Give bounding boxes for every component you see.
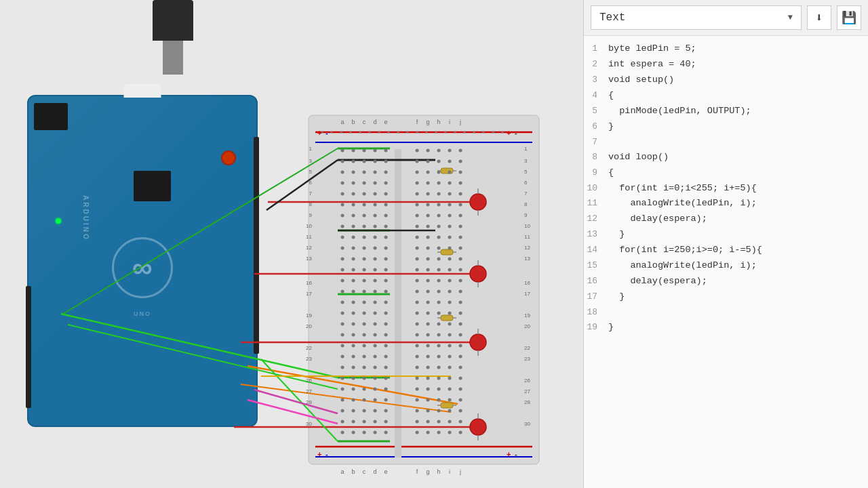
resistor-2 [441, 249, 453, 255]
svg-text:e: e [384, 468, 387, 475]
svg-point-273 [437, 258, 441, 261]
svg-point-306 [416, 333, 419, 337]
svg-point-103 [363, 182, 366, 185]
svg-point-244 [448, 192, 452, 196]
svg-point-320 [459, 355, 462, 359]
svg-point-192 [352, 377, 355, 380]
svg-point-217 [352, 431, 355, 434]
svg-text:19: 19 [306, 312, 312, 319]
pin-header-left [26, 286, 31, 408]
svg-text:19: 19 [524, 312, 530, 319]
svg-point-109 [374, 192, 377, 196]
svg-point-344 [448, 409, 452, 413]
save-button[interactable]: 💾 [837, 5, 861, 30]
line-number: 10 [584, 182, 608, 195]
usb-neck [163, 41, 183, 75]
svg-point-313 [437, 344, 441, 348]
svg-text:8: 8 [524, 201, 528, 207]
svg-point-199 [374, 388, 377, 391]
arduino-text: ARDUINO [82, 195, 90, 241]
svg-point-137 [352, 258, 355, 261]
svg-point-293 [437, 301, 441, 304]
line-content: byte ledPin = 5; [608, 42, 696, 56]
svg-point-260 [459, 225, 462, 228]
svg-point-360 [359, 131, 361, 134]
svg-point-147 [352, 279, 355, 283]
svg-point-363 [387, 131, 390, 134]
svg-point-202 [352, 399, 355, 402]
svg-point-98 [363, 171, 366, 174]
svg-point-375 [501, 131, 504, 134]
svg-point-183 [363, 355, 366, 359]
line-content: pinMode(ledPin, OUTPUT); [608, 104, 751, 119]
svg-point-275 [459, 258, 462, 261]
svg-point-155 [384, 290, 388, 293]
svg-point-114 [374, 203, 377, 207]
svg-point-246 [416, 203, 419, 207]
svg-point-143 [363, 268, 366, 272]
line-content: analogWrite(ledPin, i); [608, 197, 757, 211]
svg-point-216 [341, 431, 344, 434]
svg-point-358 [340, 131, 342, 134]
code-line-15: 15 analogWrite(ledPin, i); [584, 258, 868, 274]
svg-point-87 [352, 149, 355, 152]
svg-point-298 [437, 312, 441, 315]
black-diag-wire [267, 160, 338, 210]
svg-point-191 [341, 377, 344, 380]
power-rail-dots [321, 131, 504, 134]
svg-point-108 [363, 192, 366, 196]
svg-point-96 [341, 171, 344, 174]
svg-point-252 [427, 214, 430, 218]
svg-point-132 [352, 247, 355, 250]
svg-point-235 [459, 171, 462, 174]
svg-point-300 [459, 312, 462, 315]
svg-point-312 [427, 344, 430, 348]
svg-point-245 [459, 192, 462, 196]
line-content: delay(espera); [608, 274, 707, 289]
code-editor[interactable]: 1byte ledPin = 5;2int espera = 40;3void … [584, 36, 868, 488]
svg-point-267 [427, 247, 430, 250]
svg-text:6: 6 [309, 180, 313, 186]
svg-point-175 [384, 333, 388, 337]
svg-point-133 [363, 247, 366, 250]
arduino-logo-circle: ∞ [112, 237, 173, 298]
svg-point-351 [416, 431, 419, 434]
svg-point-354 [448, 431, 452, 434]
svg-text:f: f [416, 468, 418, 475]
svg-point-146 [341, 279, 344, 283]
power-led [56, 218, 61, 224]
svg-point-297 [427, 312, 430, 315]
svg-text:16: 16 [524, 280, 530, 286]
code-line-5: 5 pinMode(ledPin, OUTPUT); [584, 104, 868, 119]
svg-text:-: - [326, 450, 328, 458]
svg-point-240 [459, 182, 462, 185]
svg-text:12: 12 [306, 245, 312, 251]
svg-point-226 [416, 160, 419, 163]
reset-button[interactable] [221, 150, 236, 165]
svg-point-170 [384, 323, 388, 326]
svg-point-145 [384, 268, 388, 272]
code-line-6: 6} [584, 119, 868, 135]
svg-point-203 [363, 399, 366, 402]
download-button[interactable]: ⬇ [807, 5, 831, 30]
svg-text:g: g [426, 119, 429, 125]
code-line-16: 16 delay(espera); [584, 274, 868, 289]
svg-point-159 [374, 301, 377, 304]
svg-point-343 [437, 409, 441, 413]
svg-point-291 [416, 301, 419, 304]
code-line-8: 8void loop() [584, 150, 868, 165]
pin-header-right [254, 137, 259, 354]
svg-point-224 [448, 149, 452, 152]
svg-text:9: 9 [524, 212, 528, 218]
svg-point-227 [427, 160, 430, 163]
svg-point-234 [448, 171, 452, 174]
svg-point-279 [448, 268, 452, 272]
svg-point-127 [352, 236, 355, 239]
code-format-dropdown[interactable]: Text ▼ [591, 5, 802, 30]
svg-point-346 [416, 420, 419, 424]
code-line-13: 13 } [584, 227, 868, 243]
svg-point-230 [459, 160, 462, 163]
svg-point-317 [427, 355, 430, 359]
svg-point-340 [459, 399, 462, 402]
svg-point-211 [341, 420, 344, 424]
